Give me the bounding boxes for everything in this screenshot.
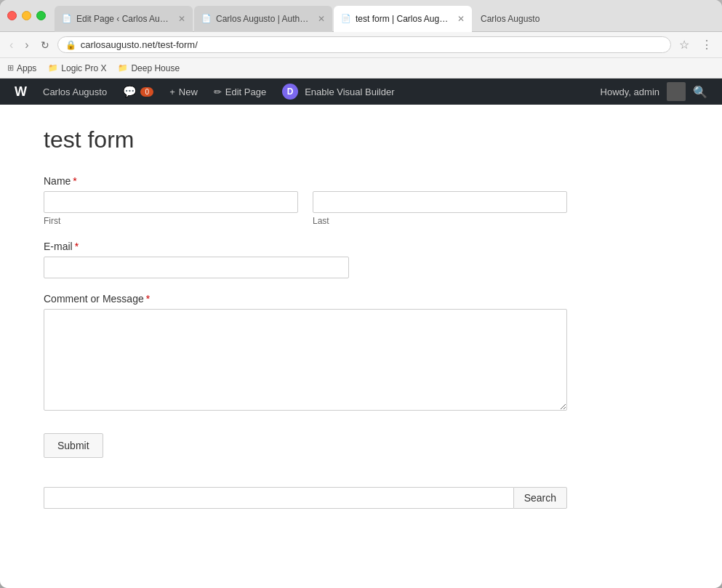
bookmark-icon[interactable]: ☆ <box>675 36 693 53</box>
wp-avatar <box>667 82 686 101</box>
bookmark-logic[interactable]: 📁 Logic Pro X <box>48 63 106 73</box>
tab-close-icon[interactable]: ✕ <box>457 14 465 24</box>
forward-button[interactable]: › <box>21 37 32 53</box>
name-row: First Last <box>44 191 567 226</box>
edit-icon: ✏ <box>214 86 222 97</box>
message-textarea[interactable] <box>44 309 567 411</box>
back-button[interactable]: ‹ <box>6 37 17 53</box>
name-label: Name* <box>44 175 567 187</box>
last-name-input[interactable] <box>313 191 567 213</box>
wp-divi-label: Enable Visual Builder <box>305 86 394 97</box>
tab-label: Carlos Augusto | Author, Mus… <box>216 14 310 24</box>
wp-admin-bar: W Carlos Augusto 💬 0 + New ✏ Edit Page D… <box>0 78 722 105</box>
bookmark-deep-house-label: Deep House <box>131 63 180 73</box>
comments-badge: 0 <box>140 87 153 97</box>
wp-edit-page-label: Edit Page <box>225 86 266 97</box>
address-bar-row: ‹ › ↻ 🔒 ☆ ⋮ <box>0 32 722 58</box>
wp-comments[interactable]: 💬 0 <box>116 78 161 105</box>
wp-edit-page[interactable]: ✏ Edit Page <box>206 78 273 105</box>
tab-close-icon[interactable]: ✕ <box>178 14 185 24</box>
minimize-button[interactable] <box>22 11 31 20</box>
tab-icon: 📄 <box>62 14 72 23</box>
wp-admin-right: Howdy, admin 🔍 <box>593 82 715 101</box>
url-input[interactable] <box>81 39 663 50</box>
email-input[interactable] <box>44 257 349 278</box>
search-input[interactable] <box>44 487 513 509</box>
submit-button[interactable]: Submit <box>44 433 103 458</box>
tab-author[interactable]: 📄 Carlos Augusto | Author, Mus… ✕ <box>194 6 332 32</box>
divi-icon: D <box>282 84 298 100</box>
wp-logo-item[interactable]: W <box>7 78 34 105</box>
plus-icon: + <box>169 86 175 97</box>
close-button[interactable] <box>7 11 17 20</box>
browser-window: 📄 Edit Page ‹ Carlos Augusto – ✕ 📄 Carlo… <box>0 0 722 588</box>
title-bar: 📄 Edit Page ‹ Carlos Augusto – ✕ 📄 Carlo… <box>0 0 722 32</box>
email-field-group: E-mail* <box>44 241 567 278</box>
message-label: Comment or Message* <box>44 293 567 305</box>
wp-new-label: New <box>179 86 198 97</box>
bookmark-apps-label: Apps <box>17 63 36 73</box>
contact-form: Name* First Last E-mail* <box>44 175 567 509</box>
bookmark-deep-house[interactable]: 📁 Deep House <box>118 63 180 73</box>
tab-label: Edit Page ‹ Carlos Augusto – <box>76 14 171 24</box>
traffic-lights <box>7 11 46 20</box>
first-sublabel: First <box>44 216 298 226</box>
page-content: test form Name* First Last <box>0 105 722 588</box>
name-field-group: Name* First Last <box>44 175 567 226</box>
wp-howdy-text: Howdy, admin <box>593 86 667 97</box>
last-sublabel: Last <box>313 216 567 226</box>
lock-icon: 🔒 <box>65 40 76 50</box>
search-widget: Search <box>44 487 567 509</box>
tab-icon: 📄 <box>201 14 212 23</box>
wp-logo-icon: W <box>15 84 27 100</box>
first-name-col: First <box>44 191 298 226</box>
page-title: test form <box>44 126 678 153</box>
email-required: * <box>75 241 79 252</box>
folder-icon: 📁 <box>118 63 128 73</box>
address-bar[interactable]: 🔒 <box>57 36 671 53</box>
message-field-group: Comment or Message* <box>44 293 567 413</box>
wp-site-name[interactable]: Carlos Augusto <box>36 78 114 105</box>
bookmark-logic-label: Logic Pro X <box>61 63 106 73</box>
tab-bar: 📄 Edit Page ‹ Carlos Augusto – ✕ 📄 Carlo… <box>55 0 715 32</box>
folder-icon: 📁 <box>48 63 58 73</box>
new-tab-label: Carlos Augusto <box>473 6 547 32</box>
email-label: E-mail* <box>44 241 567 252</box>
maximize-button[interactable] <box>36 11 46 20</box>
wp-search-icon[interactable]: 🔍 <box>686 85 715 99</box>
refresh-button[interactable]: ↻ <box>37 38 53 52</box>
search-button[interactable]: Search <box>513 487 567 509</box>
tab-label: test form | Carlos Augusto <box>356 14 450 24</box>
apps-icon: ⊞ <box>7 63 14 73</box>
menu-icon[interactable]: ⋮ <box>697 36 716 53</box>
first-name-input[interactable] <box>44 191 298 213</box>
message-required: * <box>146 293 150 305</box>
tab-close-icon[interactable]: ✕ <box>318 14 325 24</box>
name-required: * <box>73 175 76 187</box>
tab-test-form[interactable]: 📄 test form | Carlos Augusto ✕ <box>334 6 472 32</box>
last-name-col: Last <box>313 191 567 226</box>
wp-divi[interactable]: D Enable Visual Builder <box>275 78 401 105</box>
bookmark-apps[interactable]: ⊞ Apps <box>7 63 36 73</box>
wp-site-name-label: Carlos Augusto <box>43 86 107 97</box>
tab-edit-page[interactable]: 📄 Edit Page ‹ Carlos Augusto – ✕ <box>55 6 193 32</box>
comment-icon: 💬 <box>123 85 137 98</box>
bookmarks-bar: ⊞ Apps 📁 Logic Pro X 📁 Deep House <box>0 58 722 78</box>
wp-new[interactable]: + New <box>162 78 205 105</box>
tab-icon: 📄 <box>341 14 351 23</box>
